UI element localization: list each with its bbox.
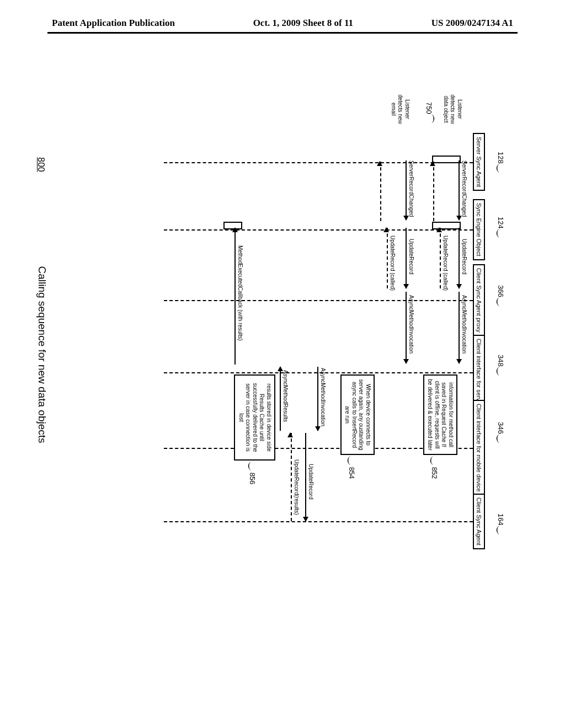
header-rule [47,32,518,34]
ref-366: 366⏝ [495,285,507,306]
lifeline-client-interface-server: Client interface for server [473,335,485,410]
ref-128: 128⏝ [495,152,507,173]
lifeline-server-sync-agent: Server Sync Agent [473,133,485,191]
msg-arrow-13 [234,228,236,365]
msg-arrow-10 [305,433,306,521]
msg-label-12: AsyncMethodResults [282,370,289,422]
header-right: US 2009/0247134 A1 [431,18,513,29]
msg-label-2: UpdateRecord [461,239,467,274]
lifeline-sync-engine-object: Sync Engine Object [473,199,485,260]
ref-852: ⏝ 852 [429,456,441,479]
header-left: Patent Application Publication [52,18,175,29]
msg-label-src-1: ServerRecordChanged [461,160,467,217]
msg-label-11: UpdateRecord(results) [294,459,300,515]
lifeline-client-sync-agent-proxy: Client Sync Agent proxy [473,264,485,336]
lifeline-client-sync-agent: Client Sync Agent [473,494,485,549]
note-856: results stored in device side Results Ca… [234,374,276,461]
msg-arrow-6 [406,228,407,288]
msg-label-7: AsyncMethodInvocation [408,295,414,354]
note-854: When device connects to server again, an… [340,374,375,455]
page-header: Patent Application Publication Oct. 1, 2… [0,18,565,29]
ref-854: ⏝ 854 [347,456,358,479]
diagram-title: Calling sequence for new data objects [36,157,48,552]
ref-856: ⏝ 856 [247,462,259,484]
msg-arrow-8 [386,228,388,288]
header-center: Oct. 1, 2009 Sheet 8 of 11 [253,18,353,29]
ref-346: 346⏝ [495,422,507,443]
msg-label-9: AsyncMethodInvocation [320,368,326,426]
msg-label-13: MethodExecutedCallback (with results) [237,245,243,341]
ref-348: 348⏝ [495,355,507,376]
msg-arrow-5 [406,160,407,220]
msg-arrow-4b [432,162,434,221]
msg-arrow-9 [317,367,318,431]
activation-ssa-1 [432,156,461,163]
msg-arrow-4 [439,228,441,288]
ref-124: 124⏝ [495,217,507,238]
msg-arrow-12 [280,367,281,431]
msg-arrow-8b [379,162,381,221]
sequence-diagram: 128⏝ 124⏝ 366⏝ 348⏝ 346⏝ 164⏝ Server Syn… [40,157,518,552]
note-listener-2: Listener detects new email [390,90,411,129]
msg-label-3: AsyncMethodInvocation [461,295,467,354]
msg-arrow-11 [290,433,292,521]
note-852: information for method call saved in Req… [423,374,457,455]
ref-164: 164⏝ [495,513,507,534]
note-listener-1: Listener detects new data object [443,90,463,129]
msg-arrow-2 [459,228,460,288]
msg-label-8: UpdateRecord (called) [390,235,396,291]
msg-label-4: UpdateRecord (called) [443,235,449,291]
ref-750: 750⏜ [424,102,435,123]
patent-page: Patent Application Publication Oct. 1, 2… [0,0,565,728]
msg-label-5: ServerRecordChanged [408,160,414,217]
lifeline-client-interface-mobile: Client interface for mobile device [473,400,485,496]
msg-arrow-3 [459,292,460,363]
msg-arrow-7 [406,292,407,363]
msg-arrow-1 [459,160,460,220]
msg-label-10: UpdateRecord [308,464,314,499]
msg-label-6: UpdateRecord [408,239,414,274]
